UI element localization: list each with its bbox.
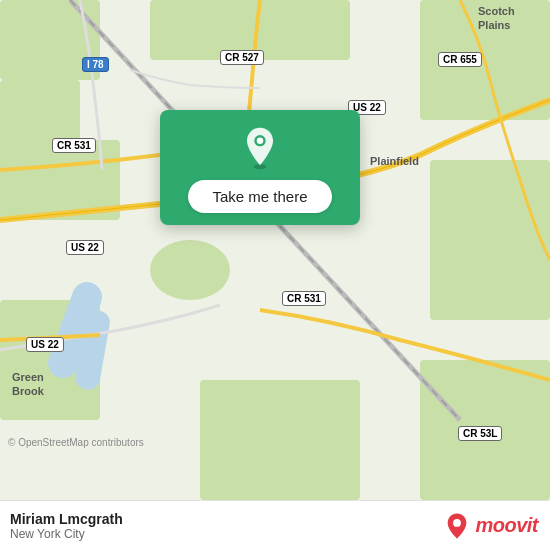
location-info: Miriam Lmcgrath New York City xyxy=(10,511,123,541)
map-container: I 78 US 22 US 22 US 22 CR 527 CR 531 CR … xyxy=(0,0,550,500)
svg-point-4 xyxy=(257,137,264,144)
location-pin-icon xyxy=(238,126,282,170)
cr655-badge: CR 655 xyxy=(438,52,482,67)
osm-credit: © OpenStreetMap contributors xyxy=(8,437,144,448)
cr527-badge: CR 527 xyxy=(220,50,264,65)
cr531-badge-1: CR 531 xyxy=(52,138,96,153)
green-area-9 xyxy=(430,160,550,320)
green-area-7 xyxy=(200,380,360,500)
moovit-text: moovit xyxy=(475,514,538,537)
us22-badge-3: US 22 xyxy=(26,337,64,352)
plainfield-label: Plainfield xyxy=(370,155,419,167)
moovit-logo-icon xyxy=(443,512,471,540)
green-area-10 xyxy=(150,240,230,300)
i78-badge: I 78 xyxy=(82,57,109,72)
bottom-bar: Miriam Lmcgrath New York City moovit xyxy=(0,500,550,550)
svg-point-5 xyxy=(454,519,462,527)
cr531-badge-2: CR 531 xyxy=(282,291,326,306)
us22-badge-2: US 22 xyxy=(66,240,104,255)
cr53l-badge: CR 53L xyxy=(458,426,502,441)
location-title: Miriam Lmcgrath xyxy=(10,511,123,527)
scotch-plains-label: ScotchPlains xyxy=(478,4,515,33)
location-subtitle: New York City xyxy=(10,527,123,541)
take-me-there-button[interactable]: Take me there xyxy=(188,180,331,213)
popup-card: Take me there xyxy=(160,110,360,225)
moovit-logo: moovit xyxy=(443,512,538,540)
green-brook-label: GreenBrook xyxy=(12,370,44,399)
